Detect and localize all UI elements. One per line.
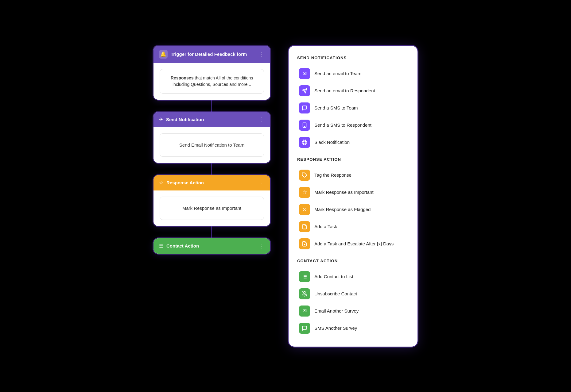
sms-another-survey-icon	[299, 323, 310, 334]
connector-2	[212, 163, 212, 175]
unsubscribe-contact-icon	[299, 288, 310, 299]
panel-item-add-task[interactable]: Add a Task	[297, 218, 409, 235]
response-icon: ☆	[159, 180, 163, 186]
contact-action-section: CONTACT ACTION Add Contact to List Unsub…	[297, 259, 409, 337]
contact-action-card: ☰ Contact Action ⋮	[153, 238, 270, 254]
contact-header: ☰ Contact Action ⋮	[153, 238, 270, 254]
response-action-title: RESPONSE ACTION	[297, 157, 409, 162]
tag-response-label: Tag the Response	[314, 172, 352, 178]
response-body-text: Mark Response as Important	[182, 206, 242, 211]
response-body-box: Mark Response as Important	[160, 197, 264, 220]
actions-panel: SEND NOTIFICATIONS ✉ Send an email to Te…	[289, 46, 418, 347]
response-header: ☆ Response Action ⋮	[153, 175, 270, 190]
contact-icon: ☰	[159, 243, 163, 249]
flow-column: 🔔 Trigger for Detailed Feedback form ⋮ R…	[153, 46, 270, 254]
email-team-label: Send an email to Team	[314, 71, 361, 76]
panel-item-mark-flagged[interactable]: ⊙ Mark Response as Flagged	[297, 201, 409, 218]
add-contact-list-label: Add Contact to List	[314, 274, 353, 279]
panel-item-mark-important[interactable]: ☆ Mark Response as Important	[297, 184, 409, 201]
response-action-card: ☆ Response Action ⋮ Mark Response as Imp…	[153, 175, 270, 226]
unsubscribe-contact-label: Unsubscribe Contact	[314, 291, 357, 296]
add-task-escalate-icon	[299, 238, 310, 249]
trigger-body: Responses that match All of the conditio…	[153, 63, 270, 100]
trigger-title: Trigger for Detailed Feedback form	[171, 52, 247, 57]
notify-menu-icon[interactable]: ⋮	[259, 116, 265, 123]
contact-action-title: CONTACT ACTION	[297, 259, 409, 263]
trigger-icon: 🔔	[159, 50, 168, 59]
connector-3	[212, 226, 212, 238]
mark-flagged-label: Mark Response as Flagged	[314, 207, 371, 212]
panel-item-email-team[interactable]: ✉ Send an email to Team	[297, 65, 409, 82]
notify-body-box: Send Email Notification to Team	[160, 133, 264, 157]
connector-1	[212, 100, 212, 112]
add-task-label: Add a Task	[314, 224, 337, 229]
notify-icon: ✈	[159, 117, 163, 122]
main-container: 🔔 Trigger for Detailed Feedback form ⋮ R…	[153, 46, 418, 347]
mark-important-label: Mark Response as Important	[314, 190, 374, 195]
send-notifications-section: SEND NOTIFICATIONS ✉ Send an email to Te…	[297, 56, 409, 151]
contact-menu-icon[interactable]: ⋮	[259, 243, 265, 249]
email-another-survey-label: Email Another Survey	[314, 308, 359, 313]
add-task-icon	[299, 221, 310, 232]
sms-respondent-icon	[299, 120, 310, 131]
panel-item-sms-another-survey[interactable]: SMS Another Survey	[297, 320, 409, 337]
panel-item-email-respondent[interactable]: Send an email to Respondent	[297, 82, 409, 99]
panel-item-email-another-survey[interactable]: ✉ Email Another Survey	[297, 302, 409, 320]
add-task-escalate-label: Add a Task and Escalate After [x] Days	[314, 241, 394, 246]
mark-important-icon: ☆	[299, 187, 310, 198]
panel-item-add-contact-list[interactable]: Add Contact to List	[297, 268, 409, 285]
sms-another-survey-label: SMS Another Survey	[314, 325, 357, 331]
slack-label: Slack Notification	[314, 140, 350, 145]
panel-item-sms-respondent[interactable]: Send a SMS to Respondent	[297, 117, 409, 134]
panel-item-tag-response[interactable]: Tag the Response	[297, 167, 409, 184]
trigger-card: 🔔 Trigger for Detailed Feedback form ⋮ R…	[153, 46, 270, 100]
send-notifications-title: SEND NOTIFICATIONS	[297, 56, 409, 60]
response-menu-icon[interactable]: ⋮	[259, 179, 265, 186]
tag-response-icon	[299, 170, 310, 181]
slack-icon	[299, 137, 310, 148]
email-respondent-icon	[299, 85, 310, 96]
sms-team-icon	[299, 102, 310, 113]
panel-item-add-task-escalate[interactable]: Add a Task and Escalate After [x] Days	[297, 235, 409, 252]
panel-item-slack[interactable]: Slack Notification	[297, 134, 409, 151]
notify-body: Send Email Notification to Team	[153, 127, 270, 163]
trigger-header: 🔔 Trigger for Detailed Feedback form ⋮	[153, 46, 270, 63]
svg-line-13	[302, 291, 307, 296]
mark-flagged-icon: ⊙	[299, 204, 310, 215]
contact-title: Contact Action	[166, 243, 199, 248]
email-respondent-label: Send an email to Respondent	[314, 88, 375, 93]
send-notification-card: ✈ Send Notification ⋮ Send Email Notific…	[153, 112, 270, 163]
response-title: Response Action	[166, 180, 204, 185]
panel-item-unsubscribe-contact[interactable]: Unsubscribe Contact	[297, 285, 409, 302]
sms-respondent-label: Send a SMS to Respondent	[314, 122, 371, 128]
trigger-body-box: Responses that match All of the conditio…	[160, 69, 264, 94]
email-team-icon: ✉	[299, 68, 310, 79]
response-action-section: RESPONSE ACTION Tag the Response ☆ Mark …	[297, 157, 409, 252]
notify-title: Send Notification	[166, 117, 204, 122]
notify-body-text: Send Email Notification to Team	[179, 142, 244, 148]
add-contact-list-icon	[299, 271, 310, 282]
sms-team-label: Send a SMS to Team	[314, 105, 358, 110]
response-body: Mark Response as Important	[153, 190, 270, 226]
trigger-body-text: Responses that match All of the conditio…	[165, 75, 258, 88]
panel-item-sms-team[interactable]: Send a SMS to Team	[297, 99, 409, 117]
trigger-menu-icon[interactable]: ⋮	[259, 51, 265, 58]
email-another-survey-icon: ✉	[299, 306, 310, 317]
notify-header: ✈ Send Notification ⋮	[153, 112, 270, 127]
